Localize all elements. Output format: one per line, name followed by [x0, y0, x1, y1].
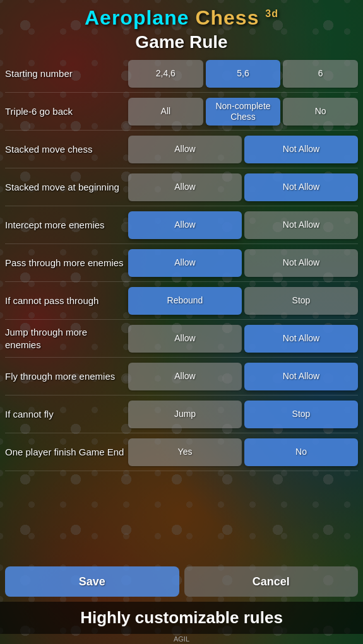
rule-label-fly-through-more-enemies: Fly through more enemies [5, 370, 128, 383]
rule-row-fly-through-more-enemies: Fly through more enemiesAllowNot Allow [5, 358, 358, 395]
rule-row-intercept-more-enemies: Intercept more enemiesAllowNot Allow [5, 206, 358, 244]
rule-btn-fly-through-more-enemies-0[interactable]: Allow [128, 363, 242, 390]
rule-label-stacked-move-chess: Stacked move chess [5, 143, 128, 156]
watermark: AGIL [169, 634, 194, 644]
rule-btn-if-cannot-pass-through-1[interactable]: Stop [244, 287, 358, 315]
rule-label-starting-number: Starting number [5, 67, 128, 80]
rule-options-stacked-move-beginning: AllowNot Allow [128, 173, 358, 201]
rule-btn-jump-through-more-enemies-1[interactable]: Not Allow [244, 325, 358, 353]
rule-btn-starting-number-1[interactable]: 5,6 [206, 60, 281, 88]
rule-options-jump-through-more-enemies: AllowNot Allow [128, 325, 358, 353]
rule-btn-triple-6-go-back-0[interactable]: All [128, 98, 203, 126]
rule-row-one-player-finish: One player finish Game EndYesNo [5, 433, 358, 471]
rule-label-if-cannot-fly: If cannot fly [5, 408, 128, 421]
rule-btn-intercept-more-enemies-0[interactable]: Allow [128, 211, 242, 239]
rule-label-if-cannot-pass-through: If cannot pass through [5, 295, 128, 307]
app-title-main: Aeroplane [85, 6, 189, 29]
rule-options-one-player-finish: YesNo [128, 438, 358, 466]
rule-btn-stacked-move-beginning-1[interactable]: Not Allow [244, 173, 358, 201]
rule-btn-stacked-move-chess-0[interactable]: Allow [128, 136, 242, 163]
rules-list: Starting number2,4,65,66Triple-6 go back… [0, 55, 363, 561]
app-title-3d: 3d [265, 8, 278, 19]
rule-label-jump-through-more-enemies: Jump through more enemies [5, 326, 128, 351]
rule-options-starting-number: 2,4,65,66 [128, 60, 358, 88]
app-title: Aeroplane Chess 3d [6, 6, 357, 30]
rule-row-pass-through-more-enemies: Pass through more enemiesAllowNot Allow [5, 244, 358, 282]
rule-options-if-cannot-pass-through: ReboundStop [128, 287, 358, 315]
rule-btn-pass-through-more-enemies-1[interactable]: Not Allow [244, 249, 358, 277]
rule-options-pass-through-more-enemies: AllowNot Allow [128, 249, 358, 277]
rule-btn-jump-through-more-enemies-0[interactable]: Allow [128, 325, 242, 353]
rule-btn-stacked-move-beginning-0[interactable]: Allow [128, 173, 242, 201]
tagline: Highly customizable rules [0, 602, 363, 634]
rule-btn-one-player-finish-0[interactable]: Yes [128, 438, 242, 466]
rule-btn-stacked-move-chess-1[interactable]: Not Allow [244, 136, 358, 163]
rule-options-stacked-move-chess: AllowNot Allow [128, 136, 358, 163]
rule-label-triple-6-go-back: Triple-6 go back [5, 105, 128, 118]
rule-row-if-cannot-pass-through: If cannot pass throughReboundStop [5, 282, 358, 320]
rule-btn-if-cannot-fly-1[interactable]: Stop [244, 401, 358, 428]
rule-options-if-cannot-fly: JumpStop [128, 401, 358, 428]
rule-label-stacked-move-beginning: Stacked move at beginning [5, 181, 128, 194]
rule-btn-intercept-more-enemies-1[interactable]: Not Allow [244, 211, 358, 239]
rule-btn-starting-number-2[interactable]: 6 [283, 60, 358, 88]
rule-btn-one-player-finish-1[interactable]: No [244, 438, 358, 466]
rule-row-stacked-move-beginning: Stacked move at beginningAllowNot Allow [5, 168, 358, 206]
rule-row-triple-6-go-back: Triple-6 go backAllNon-complete ChessNo [5, 93, 358, 131]
rule-btn-if-cannot-pass-through-0[interactable]: Rebound [128, 287, 242, 315]
save-button[interactable]: Save [5, 566, 179, 597]
rule-row-stacked-move-chess: Stacked move chessAllowNot Allow [5, 131, 358, 168]
rule-row-if-cannot-fly: If cannot flyJumpStop [5, 395, 358, 433]
rule-label-one-player-finish: One player finish Game End [5, 446, 128, 459]
rule-btn-starting-number-0[interactable]: 2,4,6 [128, 60, 203, 88]
rule-options-intercept-more-enemies: AllowNot Allow [128, 211, 358, 239]
rule-label-pass-through-more-enemies: Pass through more enemies [5, 257, 128, 269]
rule-options-fly-through-more-enemies: AllowNot Allow [128, 363, 358, 390]
rule-row-jump-through-more-enemies: Jump through more enemiesAllowNot Allow [5, 320, 358, 358]
rule-label-intercept-more-enemies: Intercept more enemies [5, 219, 128, 231]
main-content: Aeroplane Chess 3d Game Rule Starting nu… [0, 0, 363, 644]
rule-btn-pass-through-more-enemies-0[interactable]: Allow [128, 249, 242, 277]
rule-options-triple-6-go-back: AllNon-complete ChessNo [128, 98, 358, 126]
rule-btn-if-cannot-fly-0[interactable]: Jump [128, 401, 242, 428]
app-title-sub: Chess [195, 6, 259, 29]
bottom-bar: Save Cancel [0, 561, 363, 602]
rule-btn-triple-6-go-back-2[interactable]: No [283, 98, 358, 126]
page-title: Game Rule [6, 32, 357, 52]
rule-btn-triple-6-go-back-1[interactable]: Non-complete Chess [206, 98, 281, 126]
rule-btn-fly-through-more-enemies-1[interactable]: Not Allow [244, 363, 358, 390]
cancel-button[interactable]: Cancel [184, 566, 359, 597]
header: Aeroplane Chess 3d Game Rule [0, 0, 363, 55]
rule-row-starting-number: Starting number2,4,65,66 [5, 55, 358, 93]
